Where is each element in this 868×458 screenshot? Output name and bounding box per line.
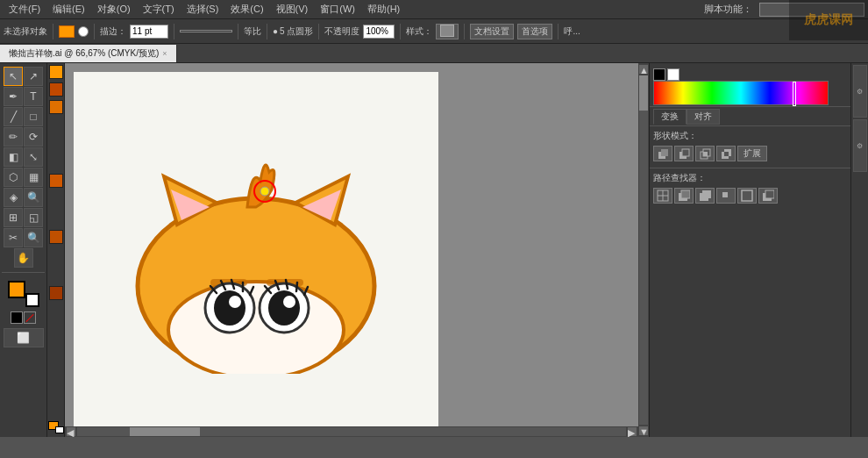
menu-view[interactable]: 视图(V) <box>271 1 314 18</box>
document-tab[interactable]: 懒拙吉祥物.ai @ 66,67% (CMYK/预览) × <box>0 45 177 62</box>
tab-close-btn[interactable]: × <box>162 49 167 58</box>
opacity-input[interactable] <box>363 25 395 39</box>
hand-tool[interactable]: ✋ <box>14 248 33 268</box>
blend-tool[interactable]: ◈ <box>4 188 23 207</box>
svg-rect-29 <box>682 149 689 156</box>
style-label: 样式： <box>406 25 432 38</box>
menu-type[interactable]: 文字(T) <box>138 1 180 18</box>
tool-row-hand: ✋ <box>14 248 33 268</box>
scroll-track[interactable] <box>639 75 648 425</box>
horizontal-scrollbar[interactable]: ◀ ▶ <box>65 426 638 437</box>
svg-rect-35 <box>724 152 729 156</box>
gradient-tool[interactable]: ◱ <box>24 208 43 227</box>
black-color-swatch[interactable] <box>653 68 665 81</box>
toolbar-separator <box>53 24 53 39</box>
panel-tab-bar: 变换 对齐 <box>650 107 850 126</box>
align-tab[interactable]: 对齐 <box>687 109 720 125</box>
expand-btn[interactable]: 扩展 <box>737 146 767 161</box>
exclude-btn[interactable] <box>716 146 736 161</box>
normal-view-btn[interactable]: ⬜ <box>4 328 44 347</box>
scissors-tool[interactable]: ✂ <box>4 228 23 247</box>
vertical-scrollbar[interactable]: ▲ ▼ <box>638 63 649 437</box>
zoom-tool[interactable]: 🔍 <box>24 228 43 247</box>
mini-panel-1[interactable]: ⚙ <box>853 65 867 118</box>
h-scroll-thumb[interactable] <box>130 427 200 436</box>
preferences-btn[interactable]: 首选项 <box>517 24 552 39</box>
stroke-color-box[interactable] <box>25 293 39 307</box>
white-color-swatch[interactable] <box>667 68 679 81</box>
swatch-dark-orange[interactable] <box>49 82 63 97</box>
type-tool[interactable]: T <box>24 87 43 106</box>
menu-bar: 文件(F) 编辑(E) 对象(O) 文字(T) 选择(S) 效果(C) 视图(V… <box>0 0 868 19</box>
minus-back-btn[interactable] <box>758 188 778 204</box>
eyedrop-tool[interactable]: 🔍 <box>24 188 43 207</box>
divide-btn[interactable] <box>653 188 672 204</box>
fill-stroke-indicator[interactable] <box>8 281 39 307</box>
svg-rect-27 <box>661 149 668 156</box>
menu-file[interactable]: 文件(F) <box>4 1 46 18</box>
black-swatch[interactable] <box>11 311 23 324</box>
swatch-orange-3[interactable] <box>49 230 63 244</box>
fill-color-swatch[interactable] <box>59 25 75 38</box>
swatch-orange-2[interactable] <box>49 174 63 188</box>
style-selector[interactable] <box>436 24 459 39</box>
outline-btn[interactable] <box>737 188 757 204</box>
warp-tool[interactable]: ⬡ <box>4 168 23 187</box>
minus-front-btn[interactable] <box>674 146 694 161</box>
line-tool[interactable]: ╱ <box>4 107 23 126</box>
merge-btn[interactable] <box>695 188 715 204</box>
right-panel: 变换 对齐 形状模式： 扩展 <box>649 63 850 437</box>
brush-tool[interactable]: ✏ <box>4 127 23 147</box>
scroll-up-btn[interactable]: ▲ <box>639 65 648 74</box>
crop-btn[interactable] <box>716 188 736 204</box>
opacity-label: 不透明度 <box>324 25 359 38</box>
swatch-brown[interactable] <box>49 286 63 300</box>
menu-window[interactable]: 窗口(W) <box>315 1 360 18</box>
svg-point-9 <box>214 290 245 326</box>
pen-tool[interactable]: ✒ <box>4 87 23 106</box>
graph-tool[interactable]: ▦ <box>24 168 43 187</box>
scale-tool[interactable]: ⤡ <box>24 147 43 167</box>
fill-stroke-small[interactable] <box>48 421 64 435</box>
tab-label: 懒拙吉祥物.ai @ 66,67% (CMYK/预览) <box>9 47 159 60</box>
fill-color-box[interactable] <box>8 281 25 298</box>
mini-panel-2[interactable]: ⚙ <box>853 119 867 172</box>
scroll-down-btn[interactable]: ▼ <box>639 426 648 435</box>
tool-row-8: ⊞ ◱ <box>4 208 43 227</box>
pathfinder-label: 路径查找器： <box>653 172 847 184</box>
search-input[interactable] <box>759 3 864 17</box>
scroll-left-btn[interactable]: ◀ <box>67 427 75 436</box>
select-tool[interactable]: ↖ <box>4 67 23 86</box>
menu-select[interactable]: 选择(S) <box>181 1 224 18</box>
color-spectrum[interactable] <box>653 81 829 105</box>
spectrum-slider[interactable] <box>793 82 796 106</box>
menu-object[interactable]: 对象(O) <box>92 1 136 18</box>
menu-effect[interactable]: 效果(C) <box>225 1 268 18</box>
unite-btn[interactable] <box>653 146 672 161</box>
scroll-thumb[interactable] <box>639 75 648 111</box>
toolbar-separator-3 <box>174 24 174 39</box>
scroll-right-btn[interactable]: ▶ <box>628 427 637 436</box>
intersect-btn[interactable] <box>695 146 715 161</box>
point-shape[interactable]: ● 5 点圆形 <box>273 25 313 38</box>
mascot-svg <box>116 119 396 374</box>
stroke-circle[interactable] <box>78 26 89 37</box>
menu-help[interactable]: 帮助(H) <box>362 1 405 18</box>
trim-btn[interactable] <box>674 188 694 204</box>
mirror-tool[interactable]: ◧ <box>4 147 23 167</box>
transform-tab[interactable]: 变换 <box>653 109 687 125</box>
doc-settings-btn[interactable]: 文档设置 <box>470 24 514 39</box>
measure-tool[interactable]: ⊞ <box>4 208 23 227</box>
rect-tool[interactable]: □ <box>24 107 43 126</box>
none-swatch[interactable] <box>24 311 36 324</box>
tool-row-2: ✒ T <box>4 87 43 106</box>
far-right-panel: ⚙ ⚙ <box>850 63 868 437</box>
direct-select-tool[interactable]: ↗ <box>24 67 43 86</box>
canvas-area[interactable]: ▲ ▼ ◀ ▶ <box>65 63 649 437</box>
h-scroll-track[interactable] <box>77 427 626 436</box>
swatch-medium-orange[interactable] <box>49 100 63 114</box>
stroke-size-input[interactable] <box>130 25 168 39</box>
menu-edit[interactable]: 编辑(E) <box>47 1 90 18</box>
rotate-tool[interactable]: ⟳ <box>24 127 43 147</box>
swatch-orange[interactable] <box>49 65 63 79</box>
